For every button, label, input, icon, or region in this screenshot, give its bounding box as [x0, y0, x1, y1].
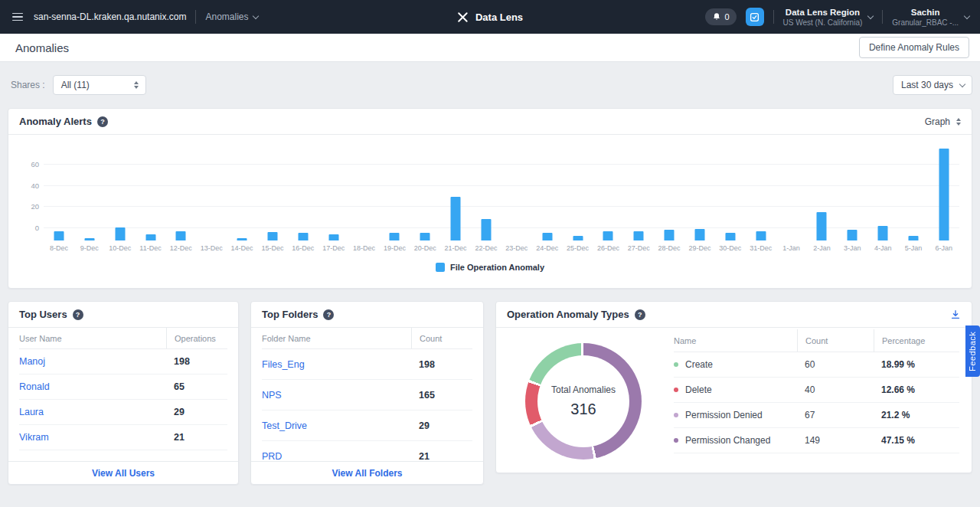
bar-22-Dec[interactable]: [481, 219, 491, 240]
bar-26-Dec[interactable]: [603, 231, 613, 240]
table-row: NPS165: [262, 380, 472, 411]
donut-center: Total Anomalies 316: [525, 343, 642, 460]
bar-column: [349, 142, 380, 240]
bar-14-Dec[interactable]: [237, 238, 247, 240]
row-value: 29: [166, 407, 227, 417]
chart-view-value: Graph: [925, 116, 950, 127]
feedback-button[interactable]: Feedback: [965, 325, 980, 377]
x-tick-label: 16-Dec: [288, 244, 318, 252]
anomaly-types-donut-chart[interactable]: Total Anomalies 316: [525, 343, 642, 460]
series-color-dot: [674, 362, 678, 367]
folder-link[interactable]: Files_Eng: [262, 359, 411, 370]
bar-column: [44, 142, 74, 240]
bar-6-Jan[interactable]: [939, 149, 949, 240]
bar-24-Dec[interactable]: [542, 233, 552, 240]
user-menu[interactable]: Sachin Granular_RBAC -...: [892, 8, 969, 27]
top-users-table: User Name Operations Manoj198Ronald65Lau…: [8, 328, 238, 461]
bar-3-Jan[interactable]: [848, 230, 858, 240]
help-icon[interactable]: ?: [97, 116, 108, 127]
chart-legend[interactable]: File Operation Anomaly: [8, 263, 972, 272]
row-value: 165: [411, 390, 472, 401]
bar-31-Dec[interactable]: [756, 231, 766, 240]
bar-column: [105, 142, 136, 240]
user-link[interactable]: Ronald: [19, 381, 166, 392]
bar-column: [165, 142, 196, 240]
folder-link[interactable]: Test_Drive: [262, 420, 411, 431]
bar-8-Dec[interactable]: [54, 231, 64, 240]
notifications-button[interactable]: 0: [705, 8, 736, 25]
navbar-divider: [882, 10, 883, 24]
series-color-dot: [674, 388, 678, 392]
bar-25-Dec[interactable]: [573, 236, 583, 240]
bar-17-Dec[interactable]: [328, 234, 338, 240]
tasks-button[interactable]: [746, 8, 764, 26]
top-users-card: Top Users ? User Name Operations Manoj19…: [8, 301, 239, 485]
bar-16-Dec[interactable]: [298, 233, 308, 240]
table-row: Laura29: [19, 400, 227, 425]
y-tick-label: 40: [21, 182, 39, 190]
row-value: 29: [411, 420, 472, 431]
bar-12-Dec[interactable]: [176, 231, 186, 240]
x-tick-label: 31-Dec: [746, 244, 776, 252]
user-link[interactable]: Manoj: [19, 356, 166, 367]
column-header-user-name: User Name: [19, 334, 166, 343]
table-row: Delete4012.66 %: [674, 378, 959, 403]
time-range-select[interactable]: Last 30 days: [893, 75, 972, 95]
x-tick-label: 8-Dec: [44, 244, 74, 252]
brand-name: Data Lens: [475, 11, 523, 23]
anomaly-type-name: Delete: [685, 384, 712, 395]
bar-4-Jan[interactable]: [878, 226, 888, 240]
top-folders-card: Top Folders ? Folder Name Count Files_En…: [250, 301, 484, 485]
folder-link[interactable]: PRD: [262, 451, 411, 462]
help-icon[interactable]: ?: [323, 309, 334, 320]
folder-link[interactable]: NPS: [262, 390, 411, 401]
bar-5-Jan[interactable]: [908, 236, 918, 240]
x-tick-label: 11-Dec: [136, 244, 166, 252]
bar-10-Dec[interactable]: [115, 227, 125, 240]
user-link[interactable]: Laura: [19, 407, 166, 417]
view-all-folders-link[interactable]: View All Folders: [251, 461, 483, 484]
bar-11-Dec[interactable]: [145, 234, 155, 240]
bar-19-Dec[interactable]: [390, 233, 400, 240]
bar-29-Dec[interactable]: [694, 229, 704, 240]
bar-2-Jan[interactable]: [817, 212, 827, 240]
hamburger-menu-icon[interactable]: [11, 11, 24, 23]
user-link[interactable]: Vikram: [19, 432, 166, 443]
anomaly-type-count: 67: [797, 410, 874, 420]
define-anomaly-rules-button[interactable]: Define Anomaly Rules: [859, 37, 969, 58]
bar-column: [806, 142, 837, 240]
download-button[interactable]: [950, 309, 961, 320]
bar-20-Dec[interactable]: [420, 233, 430, 240]
bar-28-Dec[interactable]: [665, 230, 675, 240]
stepper-icon: [134, 81, 139, 89]
checklist-icon: [750, 12, 760, 22]
bar-30-Dec[interactable]: [725, 233, 735, 240]
help-icon[interactable]: ?: [635, 309, 645, 320]
chart-view-select[interactable]: Graph: [925, 116, 961, 127]
bar-21-Dec[interactable]: [451, 197, 461, 240]
donut-center-label: Total Anomalies: [551, 384, 616, 395]
row-value: 21: [166, 432, 227, 443]
bar-27-Dec[interactable]: [634, 231, 644, 240]
x-tick-label: 17-Dec: [318, 244, 349, 252]
shares-select[interactable]: All (11): [53, 75, 146, 95]
help-icon[interactable]: ?: [73, 309, 83, 320]
region-selector[interactable]: Data Lens Region US West (N. California): [783, 8, 874, 27]
bar-15-Dec[interactable]: [267, 232, 277, 240]
bar-9-Dec[interactable]: [84, 238, 94, 240]
bar-column: [776, 142, 807, 240]
table-row: Vikram21: [19, 425, 227, 450]
fileserver-name: san-senna-DL.kraken.qa.nutanix.com: [34, 11, 186, 22]
time-range-value: Last 30 days: [901, 80, 953, 90]
view-all-users-link[interactable]: View All Users: [8, 461, 238, 484]
x-tick-label: 18-Dec: [349, 244, 380, 252]
x-tick-label: 20-Dec: [410, 244, 440, 252]
bar-column: [74, 142, 105, 240]
x-tick-label: 24-Dec: [532, 244, 563, 252]
bar-column: [837, 142, 867, 240]
table-row: Permission Denied6721.2 %: [674, 403, 959, 428]
x-tick-label: 21-Dec: [440, 244, 471, 252]
column-header-folder-name: Folder Name: [262, 334, 411, 343]
top-users-title: Top Users: [19, 309, 67, 320]
nav-menu-anomalies[interactable]: Anomalies: [205, 11, 258, 22]
